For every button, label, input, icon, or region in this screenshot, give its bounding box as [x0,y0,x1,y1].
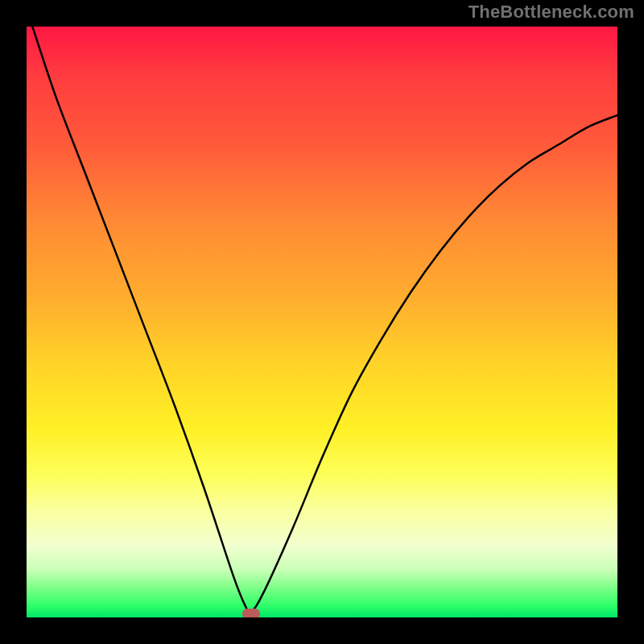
optimal-marker [242,609,260,617]
plot-area [27,27,617,617]
curve-layer [27,27,617,617]
chart-frame: TheBottleneck.com [0,0,644,644]
watermark-text: TheBottleneck.com [469,2,634,23]
bottleneck-curve [32,27,617,613]
